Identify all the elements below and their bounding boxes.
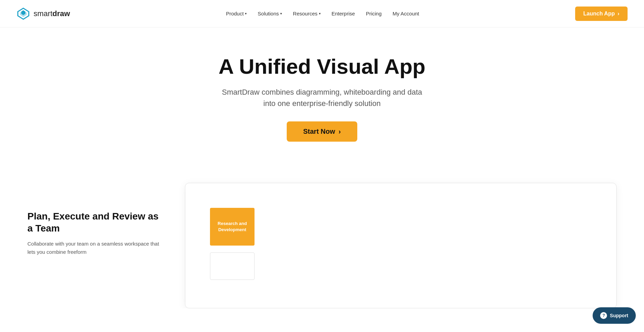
lower-left-content: Plan, Execute and Review as a Team Colla… (27, 183, 164, 256)
diagram-orange-card: Research and Development (210, 208, 255, 246)
start-now-button[interactable]: Start Now › (287, 121, 357, 142)
solutions-chevron-icon: ▾ (280, 12, 282, 15)
hero-section: A Unified Visual App SmartDraw combines … (0, 27, 644, 162)
lower-body: Collaborate with your team on a seamless… (27, 240, 164, 256)
nav-pricing[interactable]: Pricing (362, 8, 386, 19)
hero-title: A Unified Visual App (7, 55, 637, 78)
nav-product[interactable]: Product ▾ (222, 8, 251, 19)
lower-heading: Plan, Execute and Review as a Team (27, 210, 164, 234)
nav-enterprise[interactable]: Enterprise (327, 8, 359, 19)
hero-subtitle: SmartDraw combines diagramming, whiteboa… (216, 86, 428, 109)
diagram-card: Research and Development (185, 183, 617, 308)
launch-arrow-icon: › (618, 11, 619, 17)
start-now-arrow-icon: › (338, 128, 341, 135)
diagram-white-card (210, 252, 255, 280)
nav-my-account[interactable]: My Account (388, 8, 423, 19)
diagram-inner: Research and Development (196, 194, 605, 297)
nav-resources[interactable]: Resources ▾ (289, 8, 325, 19)
logo-link[interactable]: smartdraw (16, 7, 70, 21)
support-button[interactable]: ? Support (593, 307, 636, 308)
smartdraw-logo-icon (16, 7, 30, 21)
main-nav: smartdraw Product ▾ Solutions ▾ Resource… (0, 0, 644, 27)
product-chevron-icon: ▾ (245, 12, 247, 15)
lower-section: Plan, Execute and Review as a Team Colla… (0, 162, 644, 308)
launch-app-button[interactable]: Launch App › (575, 7, 628, 21)
resources-chevron-icon: ▾ (319, 12, 321, 15)
nav-solutions[interactable]: Solutions ▾ (253, 8, 286, 19)
nav-links: Product ▾ Solutions ▾ Resources ▾ Enterp… (222, 8, 423, 19)
logo-text: smartdraw (34, 9, 70, 18)
